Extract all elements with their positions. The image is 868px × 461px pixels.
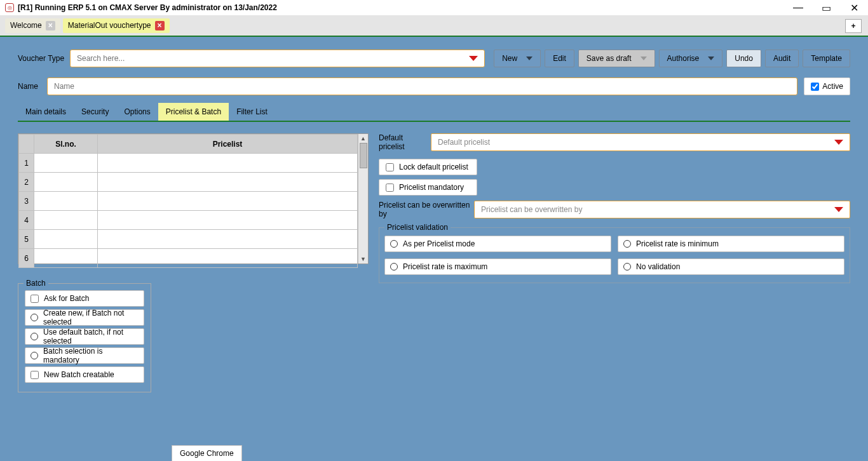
voucher-type-search[interactable] xyxy=(70,50,485,67)
window-title: [R1] Running ERP 5.1 on CMAX Server By a… xyxy=(18,3,277,12)
save-as-draft-button[interactable]: Save as draft xyxy=(578,50,655,67)
default-pricelist-label: Default pricelist xyxy=(379,133,431,151)
tab-materialout-vouchertype[interactable]: MaterialOut vouchertype × xyxy=(63,18,170,33)
tab-options[interactable]: Options xyxy=(116,103,158,121)
use-default-batch[interactable]: Use default batch, if not selected xyxy=(25,328,144,345)
add-tab-button[interactable]: + xyxy=(845,19,862,33)
tab-pricelist-batch[interactable]: Pricelist & Batch xyxy=(158,103,229,121)
radio-icon xyxy=(623,240,631,248)
name-label: Name xyxy=(18,82,47,91)
radio-icon xyxy=(390,263,398,271)
search-input[interactable] xyxy=(77,54,469,63)
chevron-down-icon xyxy=(708,57,714,60)
chevron-down-icon xyxy=(834,140,843,145)
table-row: 4 xyxy=(19,211,358,230)
col-slno: Sl.no. xyxy=(34,135,98,154)
opt-no-validation[interactable]: No validation xyxy=(618,258,844,275)
pricelist-validation-fieldset: Pricelist validation As per Pricelist mo… xyxy=(379,227,850,283)
document-tab-strip: Welcome × MaterialOut vouchertype × + xyxy=(0,15,868,37)
ask-for-batch[interactable]: Ask for Batch xyxy=(25,290,144,307)
close-button[interactable]: ✕ xyxy=(840,0,868,15)
table-row: 5 xyxy=(19,230,358,249)
scrollbar[interactable]: ▲ ▼ xyxy=(358,134,368,264)
maximize-button[interactable]: ▭ xyxy=(812,0,840,15)
default-pricelist-select[interactable]: Default pricelist xyxy=(431,133,850,151)
subtabs: Main details Security Options Pricelist … xyxy=(18,103,850,122)
col-checkbox[interactable] xyxy=(19,135,34,154)
audit-button[interactable]: Audit xyxy=(765,50,799,67)
edit-button[interactable]: Edit xyxy=(545,50,574,67)
chevron-down-icon xyxy=(834,207,843,212)
scroll-down-icon[interactable]: ▼ xyxy=(360,256,366,262)
authorise-button[interactable]: Authorise xyxy=(659,50,723,67)
template-button[interactable]: Template xyxy=(803,50,850,67)
radio-icon xyxy=(31,314,38,321)
opt-rate-maximum[interactable]: Pricelist rate is maximum xyxy=(384,258,611,275)
tab-filter-list[interactable]: Filter List xyxy=(229,103,275,121)
tab-main-details[interactable]: Main details xyxy=(18,103,74,121)
tab-welcome[interactable]: Welcome × xyxy=(5,18,60,33)
titlebar: ◎ [R1] Running ERP 5.1 on CMAX Server By… xyxy=(0,0,868,15)
batch-legend: Batch xyxy=(24,279,48,288)
new-button[interactable]: New xyxy=(494,50,541,67)
workspace: Voucher Type New Edit Save as draft Auth… xyxy=(0,37,868,461)
lock-default-pricelist[interactable]: Lock default pricelist xyxy=(379,159,477,175)
pricelist-mandatory[interactable]: Pricelist mandatory xyxy=(379,179,477,196)
opt-rate-minimum[interactable]: Pricelist rate is minimum xyxy=(618,236,844,252)
minimize-button[interactable]: — xyxy=(784,0,812,15)
app-icon: ◎ xyxy=(5,3,14,12)
table-row: 2 xyxy=(19,173,358,192)
undo-button[interactable]: Undo xyxy=(726,50,761,67)
close-icon[interactable]: × xyxy=(46,21,55,30)
radio-icon xyxy=(390,240,398,248)
pricelist-table-wrap: Sl.no. Pricelist 1 2 3 4 5 6 ▲ xyxy=(18,133,369,264)
radio-icon xyxy=(31,333,38,340)
radio-icon xyxy=(623,263,631,271)
scroll-up-icon[interactable]: ▲ xyxy=(360,135,366,142)
close-icon[interactable]: × xyxy=(155,21,165,30)
opt-as-per-mode[interactable]: As per Pricelist mode xyxy=(384,236,611,252)
table-row: 1 xyxy=(19,154,358,173)
new-batch-creatable[interactable]: New Batch creatable xyxy=(25,366,144,383)
pricelist-table: Sl.no. Pricelist 1 2 3 4 5 6 xyxy=(18,134,358,268)
active-checkbox[interactable] xyxy=(811,83,819,91)
overwrite-by-select[interactable]: Pricelist can be overwritten by xyxy=(474,201,850,218)
col-pricelist: Pricelist xyxy=(98,135,358,154)
tab-security[interactable]: Security xyxy=(74,103,116,121)
voucher-type-label: Voucher Type xyxy=(18,54,70,63)
tab-label: Welcome xyxy=(10,21,42,30)
name-field[interactable] xyxy=(47,77,797,95)
chevron-down-icon xyxy=(469,56,478,61)
taskbar-chrome[interactable]: Google Chrome xyxy=(172,445,242,461)
tab-label: MaterialOut vouchertype xyxy=(68,21,151,30)
batch-fieldset: Batch Ask for Batch Create new, if Batch… xyxy=(18,283,151,392)
table-row: 3 xyxy=(19,192,358,211)
create-new-batch[interactable]: Create new, if Batch not selected xyxy=(25,309,144,326)
radio-icon xyxy=(31,352,38,359)
overwrite-label: Pricelist can be overwritten by xyxy=(379,201,474,218)
table-row: 6 xyxy=(19,249,358,268)
chevron-down-icon xyxy=(641,57,647,60)
batch-mandatory[interactable]: Batch selection is mandatory xyxy=(25,347,144,364)
validation-legend: Pricelist validation xyxy=(384,223,451,232)
scroll-thumb[interactable] xyxy=(360,143,367,168)
active-checkbox-wrap[interactable]: Active xyxy=(804,77,850,95)
active-label: Active xyxy=(822,82,843,91)
chevron-down-icon xyxy=(526,57,532,60)
